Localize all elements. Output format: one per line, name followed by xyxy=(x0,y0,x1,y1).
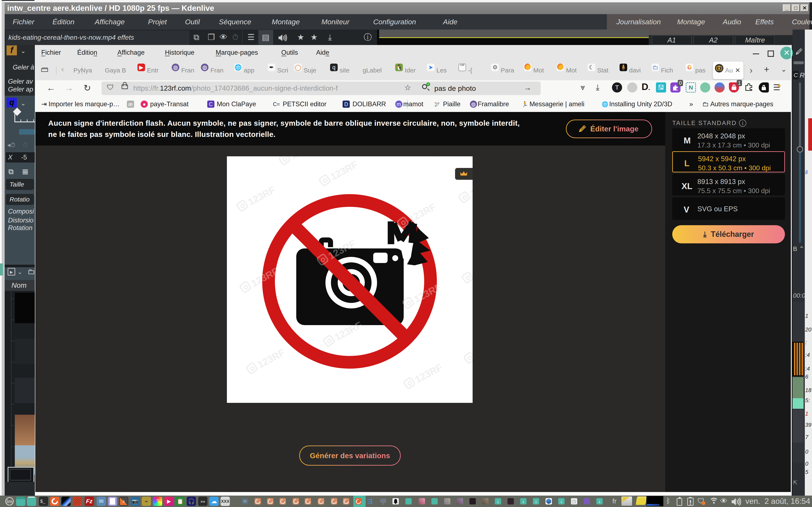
svg-text:123RF: 123RF xyxy=(407,201,438,225)
svg-text:123RF: 123RF xyxy=(413,362,444,385)
svg-text:123RF: 123RF xyxy=(328,159,359,182)
svg-text:123RF: 123RF xyxy=(256,347,287,370)
svg-text:123RF: 123RF xyxy=(289,156,319,161)
svg-text:123RF: 123RF xyxy=(246,184,277,208)
